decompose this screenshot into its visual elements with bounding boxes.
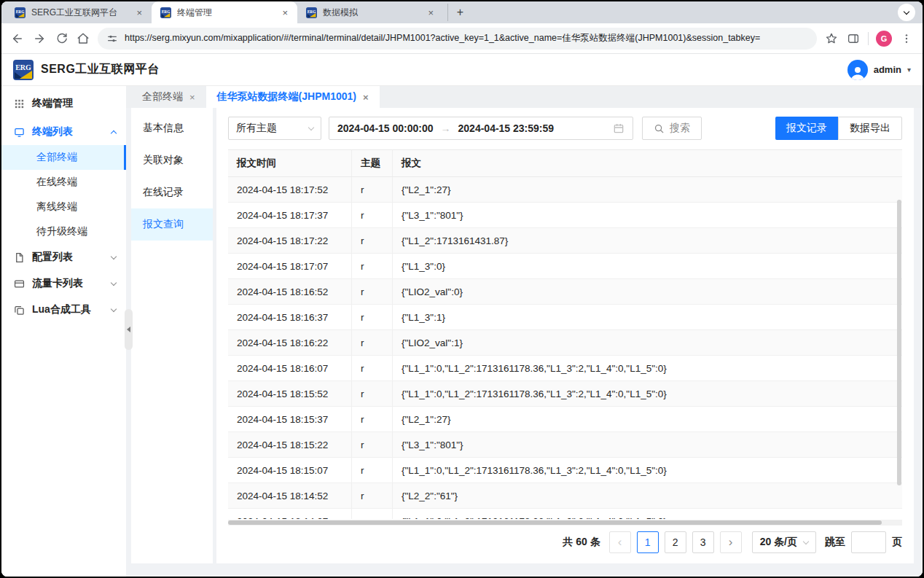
subnav-related-objects[interactable]: 关联对象: [131, 144, 213, 176]
calendar-icon: [613, 122, 625, 134]
cell-topic: r: [352, 177, 393, 202]
prev-page-button[interactable]: ‹: [609, 531, 631, 553]
horizontal-scrollbar[interactable]: [228, 520, 882, 525]
subnav-basic-info[interactable]: 基本信息: [131, 112, 213, 144]
table-row: 2024-04-15 18:16:07 r {"L1_1":0,"L1_2":1…: [228, 356, 902, 381]
sidebar-item-all-terminals[interactable]: 全部终端: [1, 145, 126, 170]
search-button[interactable]: 搜索: [642, 117, 702, 140]
sidebar-module-terminal-mgmt[interactable]: 终端管理: [1, 90, 126, 117]
chevron-down-icon: [904, 8, 909, 14]
table-body: 2024-04-15 18:17:52 r {"L2_1":27} 2024-0…: [228, 177, 902, 519]
sidebar-group-config-list[interactable]: 配置列表: [1, 244, 126, 270]
table-row: 2024-04-15 18:17:37 r {"L3_1":"801"}: [228, 203, 902, 228]
date-end-value: 2024-04-15 23:59:59: [458, 122, 555, 134]
cell-topic: r: [352, 330, 393, 355]
cell-message-time: 2024-04-15 18:15:22: [228, 432, 352, 457]
horizontal-scrollbar-track: [228, 520, 902, 526]
date-range-picker[interactable]: 2024-04-15 00:00:00 → 2024-04-15 23:59:5…: [329, 117, 633, 140]
page-button-3[interactable]: 3: [692, 531, 714, 553]
side-panel-icon[interactable]: [846, 31, 861, 46]
page-button-2[interactable]: 2: [665, 531, 686, 553]
tab-close-icon[interactable]: ×: [363, 92, 369, 103]
cell-payload: {"LIO2_val":1}: [393, 330, 902, 355]
jump-page-input[interactable]: [851, 531, 886, 553]
browser-tab[interactable]: ERG SERG工业互联网平台 ×: [6, 1, 152, 23]
sidebar-group-sim-card-list[interactable]: 流量卡列表: [1, 270, 126, 297]
subnav-message-query[interactable]: 报文查询: [131, 208, 213, 241]
subnav-online-records[interactable]: 在线记录: [131, 176, 213, 208]
collapse-left-icon: [127, 327, 130, 332]
svg-text:ERG: ERG: [15, 63, 31, 71]
forward-button[interactable]: [32, 31, 47, 46]
sidebar-group-label: 流量卡列表: [32, 277, 83, 290]
cell-message-time: 2024-04-15 18:15:52: [228, 381, 352, 406]
cell-message-time: 2024-04-15 18:16:52: [228, 279, 352, 304]
url-text: https://serg.mixyun.com/mixapplication/#…: [125, 32, 760, 44]
detail-panel: 基本信息 关联对象 在线记录 报文查询 所有主题 2024-04-15 00:0…: [126, 108, 923, 577]
username: admin: [874, 64, 901, 75]
page-tab-terminal-detail[interactable]: 佳华泵站数据终端(JHPM1001) ×: [206, 86, 380, 108]
home-button[interactable]: [76, 31, 90, 46]
site-settings-icon[interactable]: [106, 33, 118, 44]
cell-payload: {"L2_2":"61"}: [393, 483, 902, 508]
column-header-payload: 报文: [393, 150, 902, 176]
vertical-scrollbar[interactable]: [897, 200, 901, 485]
table-header: 报文时间 主题 报文: [228, 150, 902, 177]
screenshot-frame: ERG SERG工业互联网平台 × ERG 终端管理 × ERG 数据模拟 × …: [0, 0, 924, 578]
apps-grid-icon: [14, 98, 25, 109]
data-export-button[interactable]: 数据导出: [838, 117, 902, 140]
cell-topic: r: [352, 509, 393, 519]
sidebar-group-terminal-list[interactable]: 终端列表: [1, 119, 126, 145]
browser-tab-title: SERG工业互联网平台: [31, 7, 128, 19]
tab-close-icon[interactable]: ×: [134, 7, 144, 18]
range-arrow-icon: →: [441, 122, 451, 134]
browser-tab-active[interactable]: ERG 终端管理 ×: [152, 1, 297, 23]
cell-message-time: 2024-04-15 18:17:22: [228, 228, 352, 253]
sidebar-item-online-terminals[interactable]: 在线终端: [1, 170, 126, 195]
detail-subnav: 基本信息 关联对象 在线记录 报文查询: [131, 108, 213, 563]
bookmark-star-icon[interactable]: [824, 31, 839, 46]
browser-tab[interactable]: ERG 数据模拟 ×: [297, 1, 443, 23]
caret-down-icon: ▾: [907, 66, 911, 74]
topic-select[interactable]: 所有主题: [228, 117, 321, 140]
sidebar-item-offline-terminals[interactable]: 离线终端: [1, 195, 126, 219]
table-row: 2024-04-15 18:17:52 r {"L2_1":27}: [228, 177, 902, 203]
page-tab-all-terminals[interactable]: 全部终端 ×: [131, 86, 206, 108]
page-button-1[interactable]: 1: [637, 531, 659, 553]
cell-topic: r: [352, 228, 393, 253]
profile-avatar[interactable]: G: [876, 31, 892, 47]
tab-close-icon[interactable]: ×: [280, 7, 290, 18]
url-input[interactable]: https://serg.mixyun.com/mixapplication/#…: [98, 28, 817, 50]
sidebar-group-label: Lua合成工具: [32, 303, 91, 316]
browser-menu-icon[interactable]: [899, 31, 914, 46]
tab-close-icon[interactable]: ×: [189, 92, 195, 103]
next-page-button[interactable]: ›: [720, 531, 742, 553]
pagination: 共 60 条 ‹ 1 2 3 › 20 条/页 跳至 页: [228, 526, 902, 559]
message-records-button[interactable]: 报文记录: [775, 117, 838, 140]
app-header: ERG SERG工业互联网平台 admin ▾: [1, 54, 923, 86]
table-row: 2024-04-15 18:15:07 r {"L1_1":0,"L1_2":1…: [228, 458, 902, 483]
page-tab-bar: 全部终端 × 佳华泵站数据终端(JHPM1001) ×: [126, 86, 923, 108]
page-size-select[interactable]: 20 条/页: [752, 531, 816, 553]
sidebar-item-upgrade-terminals[interactable]: 待升级终端: [1, 219, 126, 244]
back-button[interactable]: [10, 31, 25, 46]
cell-topic: r: [352, 407, 393, 431]
table-row: 2024-04-15 18:17:22 r {"L1_2":1713161431…: [228, 228, 902, 254]
erg-favicon-icon: ERG: [15, 7, 26, 18]
browser-tab-title: 数据模拟: [323, 7, 420, 19]
browser-window: ERG SERG工业互联网平台 × ERG 终端管理 × ERG 数据模拟 × …: [1, 1, 923, 577]
reload-button[interactable]: [54, 31, 68, 46]
tab-list-button[interactable]: [898, 4, 915, 21]
tab-close-icon[interactable]: ×: [426, 7, 436, 18]
table-row: 2024-04-15 18:16:37 r {"L1_3":1}: [228, 305, 902, 330]
cell-payload: {"L1_1":0,"L1_2":1713161178.36,"L1_3":2,…: [393, 509, 902, 519]
app-body: 终端管理 终端列表 全部终端 在线终端 离线终端 待升级终端 配置列表 流量卡列: [1, 86, 923, 577]
user-menu[interactable]: admin ▾: [847, 60, 911, 80]
cell-payload: {"L2_1":27}: [393, 177, 902, 202]
sidebar-collapse-handle[interactable]: [125, 309, 133, 350]
new-tab-button[interactable]: +: [447, 4, 465, 21]
cell-message-time: 2024-04-15 18:16:07: [228, 356, 352, 380]
svg-text:ERG: ERG: [16, 9, 25, 13]
sidebar-group-lua-tool[interactable]: Lua合成工具: [1, 297, 126, 323]
cell-topic: r: [352, 483, 393, 508]
